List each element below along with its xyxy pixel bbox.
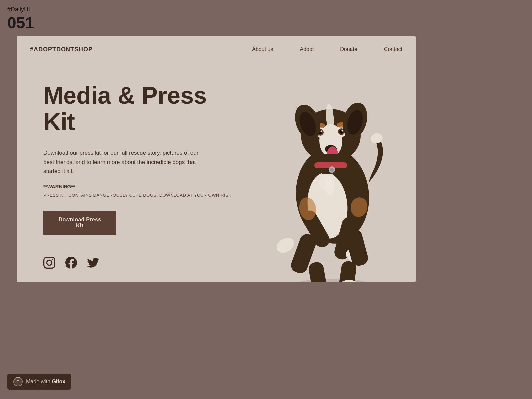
dailyui-number: 051	[7, 13, 34, 33]
dog-image-area	[243, 63, 416, 282]
gifox-badge: G Made with Gifox	[7, 374, 71, 390]
nav-logo[interactable]: #ADOPTDONTSHOP	[30, 46, 252, 53]
svg-text:G: G	[16, 380, 19, 384]
main-content: Media & Press Kit Download our press kit…	[17, 63, 416, 282]
svg-point-28	[274, 235, 297, 256]
svg-point-13	[342, 130, 343, 132]
svg-point-9	[321, 131, 322, 132]
svg-point-41	[325, 176, 335, 195]
facebook-icon[interactable]	[65, 257, 77, 269]
dog-image	[256, 56, 409, 282]
svg-point-26	[330, 168, 334, 172]
svg-rect-32	[308, 261, 328, 282]
dailyui-label: #DailyUI 051	[7, 6, 34, 32]
download-press-kit-button[interactable]: Download Press Kit	[43, 211, 116, 235]
twitter-icon[interactable]	[87, 257, 99, 269]
nav-links: About us Adopt Donate Contact	[252, 46, 402, 52]
instagram-icon[interactable]	[43, 257, 55, 269]
dailyui-hashtag: #DailyUI	[7, 6, 34, 13]
nav-link-contact[interactable]: Contact	[384, 46, 402, 52]
hero-description: Download our press kit for our full resc…	[43, 148, 203, 176]
nav-link-donate[interactable]: Donate	[340, 46, 357, 52]
svg-point-37	[369, 132, 384, 145]
made-with-label: Made with Gifox	[26, 379, 65, 385]
nav-link-about[interactable]: About us	[252, 46, 273, 52]
main-card: #ADOPTDONTSHOP About us Adopt Donate Con…	[17, 36, 416, 282]
svg-point-0	[293, 279, 372, 282]
svg-rect-35	[338, 260, 357, 282]
gifox-logo-icon: G	[13, 377, 23, 386]
page-title: Media & Press Kit	[43, 82, 209, 135]
nav-link-adopt[interactable]: Adopt	[300, 46, 314, 52]
